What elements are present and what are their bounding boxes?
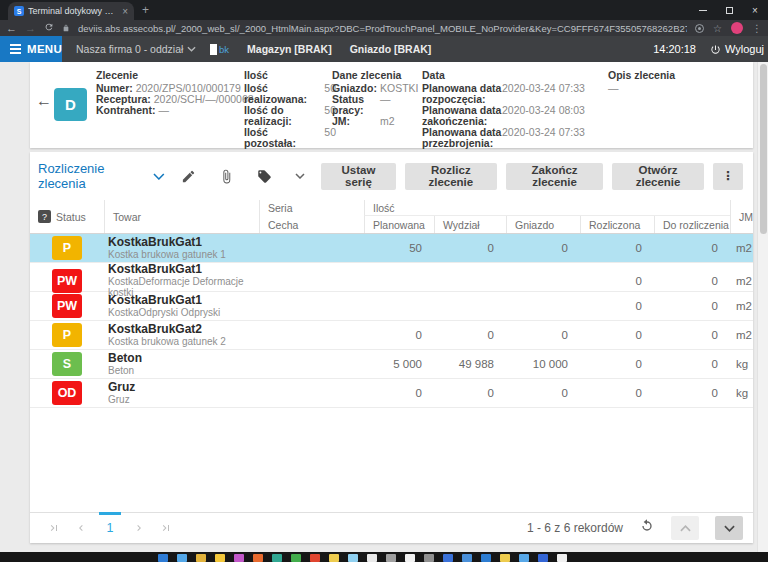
next-page-icon[interactable] <box>129 518 149 538</box>
cell-do-rozliczenia: 0 <box>654 358 730 370</box>
browser-toolbar: ← → deviis.abs.assecobs.pl/_2000_web_sl/… <box>0 20 768 36</box>
magazyn-indicator[interactable]: Magazyn [BRAK] <box>247 43 332 55</box>
power-icon <box>710 44 721 55</box>
current-page[interactable]: 1 <box>98 513 122 544</box>
company-selector[interactable]: Nasza firma 0 - oddział <box>76 43 196 55</box>
new-tab-button[interactable]: + <box>142 3 149 17</box>
table-row[interactable]: P KostkaBrukGat2Kostka brukowa gatunek 2… <box>30 321 753 350</box>
cell-wydzial: 0 <box>434 242 506 254</box>
section-title: Opis zlecenia <box>608 70 728 81</box>
page-scrollbar[interactable] <box>757 62 768 552</box>
cell-do-rozliczenia: 0 <box>654 300 730 312</box>
scrollbar-thumb[interactable] <box>760 64 767 234</box>
table-row[interactable]: S BetonBeton 5 000 49 988 10 000 0 0 kg <box>30 350 753 379</box>
cell-rozliczona: 0 <box>580 358 654 370</box>
gniazdo-header[interactable]: Gniazdo <box>506 216 580 233</box>
cell-gniazdo: 0 <box>506 387 580 399</box>
window-controls: × <box>690 0 768 20</box>
product-name: KostkaBrukGat2 <box>108 323 259 336</box>
browser-refresh-icon[interactable] <box>44 22 54 34</box>
view-selector[interactable]: Rozliczenie zlecenia <box>38 161 165 191</box>
cell-gniazdo: 0 <box>506 242 580 254</box>
window-close-button[interactable]: × <box>742 0 768 20</box>
table-row[interactable]: OD GruzGruz 0 0 0 0 0 kg <box>30 379 753 408</box>
browser-tab-strip: S Terminal dotykowy na produkcji × + × <box>0 0 768 20</box>
menu-button[interactable]: MENU <box>0 36 62 62</box>
omnibox-right-icons: ☆ ⋮ <box>695 22 762 34</box>
status-badge: OD <box>52 381 82 405</box>
help-icon[interactable]: ? <box>38 210 51 223</box>
status-header[interactable]: ? Status <box>30 200 104 233</box>
previous-page-icon[interactable] <box>71 518 91 538</box>
rozliczona-header[interactable]: Rozliczona <box>580 216 654 233</box>
cecha-header[interactable]: Cecha <box>259 216 364 233</box>
wydzial-header[interactable]: Wydział <box>434 216 506 233</box>
gniazdo-indicator[interactable]: Gniazdo [BRAK] <box>350 43 432 55</box>
product-name: Beton <box>108 352 259 365</box>
browser-menu-icon[interactable]: ⋮ <box>752 23 762 34</box>
do-rozliczenia-header[interactable]: Do rozliczenia <box>654 216 730 233</box>
section-title: Dane zlecenia <box>332 70 428 81</box>
cell-do-rozliczenia: 0 <box>654 329 730 341</box>
chevron-down-icon <box>153 173 165 180</box>
bookmark-star-icon[interactable]: ☆ <box>713 23 722 34</box>
jm-header[interactable]: JM <box>730 200 753 233</box>
last-page-icon[interactable] <box>156 518 176 538</box>
planowana-header[interactable]: Planowana <box>364 216 434 233</box>
table-header: ? Status Towar Seria Ilość JM Cecha Plan… <box>30 200 753 234</box>
ustaw-serie-button[interactable]: Ustaw serię <box>321 163 395 190</box>
section-title: Ilość <box>244 70 340 81</box>
browser-forward-icon[interactable]: → <box>25 23 36 34</box>
back-arrow-button[interactable]: ← <box>36 92 52 110</box>
lock-icon[interactable] <box>62 23 70 33</box>
product-name: KostkaBrukGat1 <box>108 236 259 249</box>
table-card: Rozliczenie zlecenia Ustaw serię Rozlicz… <box>30 152 753 543</box>
order-section-dane: Dane zlecenia Gniazdo:KOSTKI Status prac… <box>332 70 428 127</box>
more-actions-button[interactable]: ⋮ <box>713 163 743 190</box>
tab-favicon-icon: S <box>14 6 24 16</box>
table-body: P KostkaBrukGat1Kostka brukowa gatunek 1… <box>30 234 753 408</box>
logout-button[interactable]: Wyloguj <box>710 43 764 55</box>
order-section-ilosc: Ilość Ilość realizowana:50 Ilość do real… <box>244 70 340 149</box>
towar-header[interactable]: Towar <box>104 200 259 233</box>
table-row[interactable]: PW KostkaBrukGat1KostkaDeformacje Deform… <box>30 263 753 292</box>
tag-icon[interactable] <box>250 169 279 184</box>
url-bar[interactable]: deviis.abs.assecobs.pl/_2000_web_sl/_200… <box>78 23 687 34</box>
tab-title: Terminal dotykowy na produkcji <box>28 6 118 16</box>
seria-header[interactable]: Seria <box>259 200 364 216</box>
cell-jm: m2 <box>730 275 753 287</box>
profile-avatar[interactable] <box>731 22 743 34</box>
attachment-paperclip-icon[interactable] <box>212 169 241 184</box>
rozlicz-zlecenie-button[interactable]: Rozlicz zlecenie <box>405 163 497 190</box>
cell-jm: m2 <box>730 300 753 312</box>
cell-wydzial: 49 988 <box>434 358 506 370</box>
cell-rozliczona: 0 <box>580 242 654 254</box>
cell-rozliczona: 0 <box>580 387 654 399</box>
section-title: Data <box>422 70 594 81</box>
window-minimize-button[interactable] <box>690 0 716 20</box>
cell-wydzial: 0 <box>434 387 506 399</box>
records-count: 1 - 6 z 6 rekordów <box>527 521 623 535</box>
scroll-down-button[interactable] <box>715 516 743 540</box>
cell-do-rozliczenia: 0 <box>654 242 730 254</box>
refresh-icon[interactable] <box>639 518 655 538</box>
zakoncz-zlecenie-button[interactable]: Zakończ zlecenie <box>506 163 603 190</box>
browser-back-icon[interactable]: ← <box>6 23 17 34</box>
cell-planowana: 50 <box>364 242 434 254</box>
db-indicator: bk <box>210 44 229 55</box>
section-title: Zlecenie <box>96 70 246 81</box>
edit-pencil-icon[interactable] <box>174 169 203 184</box>
table-row[interactable]: PW KostkaBrukGat1KostkaOdpryski Odpryski… <box>30 292 753 321</box>
otworz-zlecenie-button[interactable]: Otwórz zlecenie <box>612 163 704 190</box>
cell-jm: kg <box>730 387 753 399</box>
first-page-icon[interactable] <box>44 518 64 538</box>
window-maximize-button[interactable] <box>716 0 742 20</box>
tab-close-icon[interactable]: × <box>122 6 128 17</box>
table-row[interactable]: P KostkaBrukGat1Kostka brukowa gatunek 1… <box>30 234 753 263</box>
chevron-down-icon[interactable] <box>288 173 312 179</box>
chevron-up-icon <box>680 525 691 532</box>
windows-taskbar[interactable] <box>0 552 768 562</box>
scroll-up-button[interactable] <box>671 516 699 540</box>
browser-tab[interactable]: S Terminal dotykowy na produkcji × <box>8 2 134 20</box>
reading-list-icon[interactable] <box>695 24 704 33</box>
